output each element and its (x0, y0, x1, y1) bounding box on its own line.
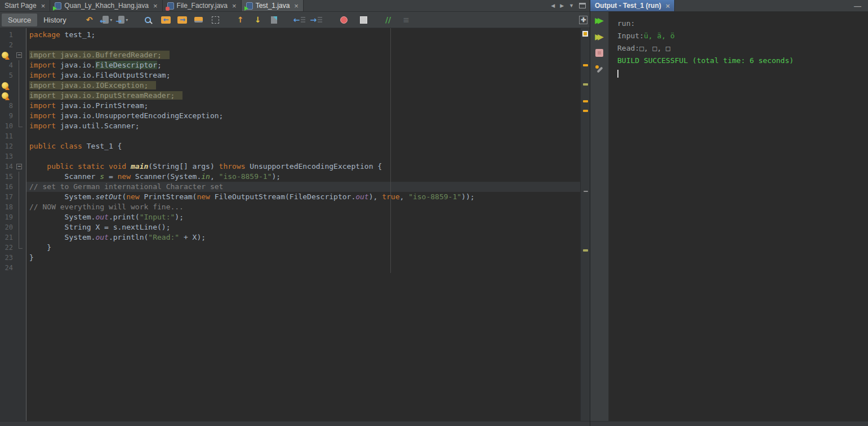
output-console[interactable]: run:Input:ü, ä, öRead:□, □, □BUILD SUCCE… (609, 12, 868, 421)
horizontal-scrollbar[interactable] (0, 421, 590, 426)
find-next-occurrence-icon[interactable]: → (177, 14, 188, 26)
code-line[interactable] (26, 151, 580, 162)
gutter-line[interactable]: 13 (0, 151, 26, 162)
history-view-button[interactable]: History (37, 14, 72, 26)
gutter-line[interactable]: 17 (0, 192, 26, 202)
code-line[interactable]: } (26, 253, 580, 263)
code-line[interactable]: System.out.println("Read:" + X); (26, 232, 580, 243)
error-stripe-mark[interactable] (583, 64, 588, 66)
code-line[interactable]: import java.io.FileDescriptor; (26, 60, 580, 70)
code-line[interactable]: String X = s.nextLine(); (26, 222, 580, 232)
dropdown-caret-icon[interactable]: ▾ (126, 17, 128, 23)
close-icon[interactable]: × (41, 2, 46, 10)
source-view-button[interactable]: Source (2, 14, 37, 26)
error-stripe-mark[interactable] (583, 100, 588, 102)
back-icon[interactable]: ←▾ (102, 14, 113, 26)
code-line[interactable]: import java.io.IOException; (26, 80, 580, 91)
code-line[interactable]: System.out.print("Input:"); (26, 212, 580, 222)
error-stripe-mark[interactable] (582, 31, 588, 37)
code-editor[interactable]: 12−45891011121314−15161718192021222324 p… (0, 28, 590, 421)
gutter-line[interactable]: 20 (0, 222, 26, 232)
code-line[interactable]: import java.io.UnsupportedEncodingExcept… (26, 111, 580, 121)
comment-icon[interactable]: // (382, 14, 394, 26)
code-line[interactable]: Scanner s = new Scanner(System.in, "iso-… (26, 172, 580, 182)
gutter-line[interactable]: 2 (0, 40, 26, 50)
code-fold-toggle[interactable]: − (16, 52, 22, 58)
scroll-tabs-left-icon[interactable]: ◀ (551, 3, 555, 8)
error-stripe-mark[interactable] (583, 249, 588, 252)
gutter-line[interactable]: − (0, 50, 26, 60)
previous-bookmark-icon[interactable]: ↑ (235, 14, 246, 26)
close-icon[interactable]: × (153, 2, 158, 10)
rerun-with-options-icon[interactable]: ▶▶ (595, 31, 604, 42)
gutter-line[interactable]: 12 (0, 141, 26, 151)
gutter-line[interactable]: 23 (0, 253, 26, 263)
gutter-line[interactable]: 5 (0, 70, 26, 80)
maximize-window-icon[interactable] (579, 3, 586, 8)
tab-file-factory-java[interactable]: File_Factory.java× (163, 0, 242, 11)
dropdown-caret-icon[interactable]: ▾ (110, 17, 112, 23)
code-line[interactable]: public static void main(String[] args) t… (26, 162, 580, 172)
error-stripe-mark[interactable] (584, 191, 588, 192)
gutter-line[interactable]: 8 (0, 101, 26, 111)
next-bookmark-icon[interactable]: ↓ (252, 14, 264, 26)
code-line[interactable]: // set to German international Character… (26, 182, 580, 192)
minimize-window-icon[interactable]: — (854, 0, 868, 11)
code-line[interactable]: public class Test_1 { (26, 141, 580, 151)
find-previous-occurrence-icon[interactable]: ← (161, 14, 172, 26)
toggle-highlight-search-icon[interactable] (193, 14, 204, 26)
code-area[interactable]: package test_1;import java.io.BufferedRe… (26, 28, 580, 421)
tab-start-page[interactable]: Start Page× (0, 0, 50, 11)
code-fold-toggle[interactable]: − (16, 164, 22, 169)
tab-quan-ly-khach-hang-java[interactable]: Quan_Ly_Khach_Hang.java× (50, 0, 162, 11)
code-line[interactable]: import java.util.Scanner; (26, 121, 580, 131)
stop-build-icon[interactable] (595, 47, 603, 59)
gutter-line[interactable]: 22 (0, 243, 26, 253)
close-icon[interactable]: × (294, 2, 299, 10)
gutter-line[interactable]: 24 (0, 263, 26, 273)
last-edit-location-icon[interactable]: ↶ (84, 14, 95, 26)
code-line[interactable]: import java.io.FileOutputStream; (26, 70, 580, 80)
editor-splitter-icon[interactable]: ✚ (579, 16, 587, 24)
gutter-line[interactable]: 10 (0, 121, 26, 131)
gutter-line[interactable]: 9 (0, 111, 26, 121)
uncomment-icon[interactable]: ≡ (400, 14, 412, 26)
code-line[interactable]: System.setOut(new PrintStream(new FileOu… (26, 192, 580, 202)
gutter-line[interactable]: 16 (0, 182, 26, 192)
scroll-tabs-right-icon[interactable]: ▶ (560, 3, 564, 8)
build-settings-icon[interactable] (595, 64, 604, 75)
error-stripe-mark[interactable] (583, 83, 588, 86)
gutter-line[interactable]: 18 (0, 202, 26, 212)
code-line[interactable]: import java.io.BufferedReader; (26, 50, 580, 60)
tab-output-test1-run[interactable]: Output - Test_1 (run) × (590, 0, 675, 11)
code-line[interactable] (26, 263, 580, 273)
gutter-line[interactable]: 1 (0, 30, 26, 40)
gutter-line[interactable]: 15 (0, 172, 26, 182)
error-stripe[interactable] (580, 28, 590, 421)
gutter-line[interactable] (0, 91, 26, 101)
error-stripe-mark[interactable] (583, 110, 588, 112)
code-line[interactable]: import java.io.InputStreamReader; (26, 91, 580, 101)
close-icon[interactable]: × (232, 2, 237, 10)
code-line[interactable] (26, 131, 580, 141)
code-line[interactable]: import java.io.PrintStream; (26, 101, 580, 111)
forward-icon[interactable]: →▾ (118, 14, 129, 26)
tab-list-dropdown-icon[interactable]: ▼ (569, 3, 574, 8)
find-selection-icon[interactable] (143, 14, 154, 26)
code-line[interactable] (26, 40, 580, 50)
code-line[interactable]: } (26, 243, 580, 253)
stop-macro-recording-icon[interactable] (358, 14, 369, 26)
toggle-bookmark-icon[interactable] (269, 14, 280, 26)
tab-test-1-java[interactable]: Test_1.java× (242, 0, 304, 11)
gutter-line[interactable]: 19 (0, 212, 26, 222)
warning-hint-icon[interactable] (2, 82, 8, 89)
code-line[interactable]: package test_1; (26, 30, 580, 40)
start-macro-recording-icon[interactable] (338, 14, 349, 26)
shift-line-left-icon[interactable]: ← (293, 14, 306, 26)
gutter-line[interactable]: 21 (0, 232, 26, 243)
shift-line-right-icon[interactable]: → (310, 14, 322, 26)
gutter-line[interactable]: 4 (0, 60, 26, 70)
close-icon[interactable]: × (666, 2, 670, 10)
gutter-line[interactable]: 11 (0, 131, 26, 141)
warning-hint-icon[interactable] (2, 52, 8, 59)
